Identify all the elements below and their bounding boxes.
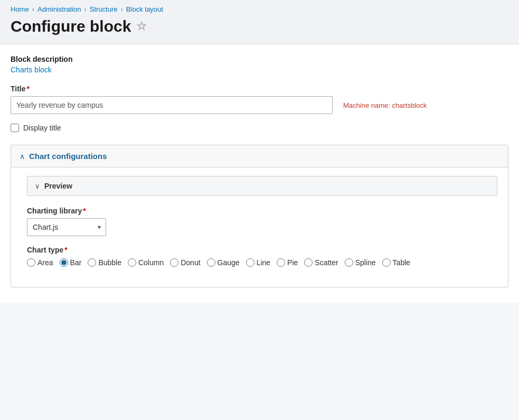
chart-type-option-label-scatter: Scatter <box>315 258 338 267</box>
breadcrumb-sep-2: › <box>84 5 86 13</box>
chart-type-radio-gauge[interactable] <box>207 258 215 267</box>
block-description-value: Charts block <box>11 66 508 74</box>
breadcrumb-block-layout[interactable]: Block layout <box>126 5 163 13</box>
chart-type-radio-spline[interactable] <box>345 258 353 267</box>
charting-library-label-text: Charting library <box>27 207 82 215</box>
chart-type-option-donut[interactable]: Donut <box>170 258 200 267</box>
main-content: Block description Charts block Title * M… <box>0 44 519 303</box>
title-field-group: Title * Machine name: chartsblock <box>11 85 508 114</box>
block-description-section: Block description Charts block <box>11 55 508 74</box>
chart-config-expand-icon: ∧ <box>20 152 25 161</box>
title-input[interactable] <box>11 96 333 114</box>
chart-type-option-gauge[interactable]: Gauge <box>207 258 240 267</box>
charting-library-select[interactable]: Chart.js Highcharts Google Charts <box>27 218 106 236</box>
chart-type-radio-line[interactable] <box>246 258 254 267</box>
breadcrumb-home[interactable]: Home <box>11 5 29 13</box>
breadcrumb-sep-3: › <box>121 5 123 13</box>
chart-type-radio-options: AreaBarBubbleColumnDonutGaugeLinePieScat… <box>27 258 497 267</box>
chart-type-label: Chart type * <box>27 246 497 254</box>
chart-config-title: Chart configurations <box>29 152 107 161</box>
preview-title: Preview <box>44 182 72 190</box>
chart-type-radio-area[interactable] <box>27 258 35 267</box>
chart-type-option-label-bar: Bar <box>70 258 82 267</box>
chart-type-option-label-line: Line <box>257 258 270 267</box>
chart-type-option-label-gauge: Gauge <box>218 258 240 267</box>
chart-type-option-scatter[interactable]: Scatter <box>304 258 338 267</box>
breadcrumb-administration[interactable]: Administration <box>37 5 81 13</box>
chart-type-option-bar[interactable]: Bar <box>60 258 82 267</box>
chart-type-option-column[interactable]: Column <box>128 258 164 267</box>
chart-type-option-pie[interactable]: Pie <box>277 258 298 267</box>
chart-type-option-label-pie: Pie <box>287 258 298 267</box>
chart-type-option-label-spline: Spline <box>355 258 376 267</box>
chart-type-option-label-area: Area <box>37 258 53 267</box>
breadcrumb-sep-1: › <box>32 5 34 13</box>
charting-library-label: Charting library * <box>27 207 497 215</box>
preview-header[interactable]: ∨ Preview <box>27 176 497 195</box>
chart-type-option-label-column: Column <box>138 258 164 267</box>
chart-type-option-label-table: Table <box>393 258 410 267</box>
chart-type-option-line[interactable]: Line <box>246 258 270 267</box>
charting-library-group: Charting library * Chart.js Highcharts G… <box>27 207 497 236</box>
chart-type-radio-column[interactable] <box>128 258 136 267</box>
preview-subsection: ∨ Preview <box>27 176 497 196</box>
page-title-text: Configure block <box>11 17 131 35</box>
chart-type-option-label-donut: Donut <box>181 258 200 267</box>
title-label-text: Title <box>11 85 26 93</box>
chart-type-radio-bar[interactable] <box>60 258 68 267</box>
chart-config-section: ∧ Chart configurations ∨ Preview Chartin… <box>11 145 508 287</box>
chart-type-radio-bubble[interactable] <box>88 258 96 267</box>
star-icon[interactable]: ☆ <box>136 21 147 32</box>
chart-type-radio-table[interactable] <box>382 258 391 267</box>
breadcrumb: Home › Administration › Structure › Bloc… <box>11 5 508 13</box>
chart-type-label-text: Chart type <box>27 246 63 254</box>
chart-type-option-spline[interactable]: Spline <box>345 258 376 267</box>
chart-type-option-bubble[interactable]: Bubble <box>88 258 121 267</box>
charting-library-select-wrapper: Chart.js Highcharts Google Charts ▾ <box>27 218 106 236</box>
header-area: Home › Administration › Structure › Bloc… <box>0 0 519 44</box>
chart-type-option-label-bubble: Bubble <box>98 258 121 267</box>
chart-config-header[interactable]: ∧ Chart configurations <box>11 145 508 167</box>
display-title-row: Display title <box>11 124 508 132</box>
title-required-star: * <box>27 85 30 93</box>
block-description-label: Block description <box>11 55 508 63</box>
title-label: Title * <box>11 85 508 93</box>
display-title-label[interactable]: Display title <box>23 124 61 132</box>
chart-type-required-star: * <box>64 246 67 254</box>
chart-type-radio-donut[interactable] <box>170 258 178 267</box>
chart-type-radio-pie[interactable] <box>277 258 285 267</box>
preview-collapse-icon: ∨ <box>35 182 40 190</box>
chart-type-option-area[interactable]: Area <box>27 258 53 267</box>
machine-name-text: Machine name: chartsblock <box>343 101 427 109</box>
breadcrumb-structure[interactable]: Structure <box>90 5 118 13</box>
chart-type-radio-scatter[interactable] <box>304 258 313 267</box>
chart-type-group: Chart type * AreaBarBubbleColumnDonutGau… <box>27 246 497 267</box>
chart-config-body: ∨ Preview Charting library * Chart.js Hi… <box>11 167 508 287</box>
page-title: Configure block ☆ <box>11 17 508 35</box>
title-row: Machine name: chartsblock <box>11 96 508 114</box>
charting-library-required-star: * <box>83 207 86 215</box>
chart-type-option-table[interactable]: Table <box>382 258 410 267</box>
display-title-checkbox[interactable] <box>11 124 19 132</box>
